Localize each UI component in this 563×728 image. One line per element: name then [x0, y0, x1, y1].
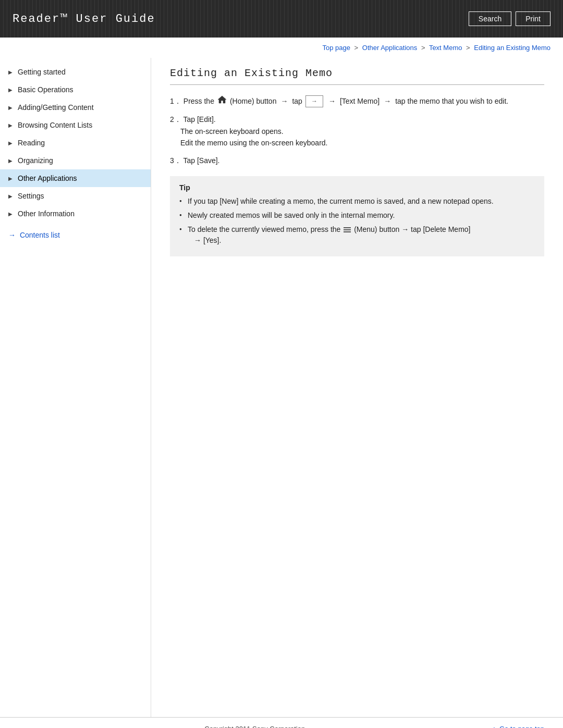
step-1-tap: tap — [292, 95, 302, 107]
sidebar-item-label: Browsing Content Lists — [18, 121, 92, 129]
step-1-text-before: Press the — [183, 95, 214, 107]
step-3-text: Tap [Save]. — [183, 156, 219, 165]
arrow-right-icon: → — [8, 231, 16, 239]
sidebar-item-basic-operations[interactable]: ▶ Basic Operations — [0, 81, 151, 98]
main-content: Editing an Existing Memo 1． Press the (H… — [151, 58, 563, 717]
tip-item-1-text: If you tap [New] while creating a memo, … — [188, 197, 494, 205]
arrow-right-icon2: → — [328, 95, 336, 107]
sidebar-item-adding-getting-content[interactable]: ▶ Adding/Getting Content — [0, 98, 151, 116]
chevron-right-icon: ▶ — [8, 140, 14, 145]
sidebar-item-label: Organizing — [18, 156, 53, 165]
go-to-top-anchor[interactable]: ▲ Go to page top — [491, 725, 545, 728]
step-2: 2． Tap [Edit]. The on-screen keyboard op… — [170, 114, 544, 149]
sidebar-item-label: Basic Operations — [18, 85, 74, 94]
breadcrumb: Top page > Other Applications > Text Mem… — [0, 38, 563, 58]
sidebar-item-other-applications[interactable]: ▶ Other Applications — [0, 169, 151, 187]
tip-list: If you tap [New] while creating a memo, … — [179, 196, 535, 246]
page-title: Editing an Existing Memo — [170, 67, 544, 85]
header-buttons: Search Print — [469, 11, 550, 26]
chevron-right-icon: ▶ — [8, 105, 14, 110]
step-1-content: 1． Press the (Home) button → tap → → [Te… — [170, 95, 544, 107]
step-3-num: 3． — [170, 156, 181, 165]
tip-item-2: Newly created memos will be saved only i… — [179, 210, 535, 221]
step-2-text: Tap [Edit]. — [183, 115, 215, 124]
sidebar-item-reading[interactable]: ▶ Reading — [0, 134, 151, 152]
breadcrumb-text-memo[interactable]: Text Memo — [429, 44, 462, 52]
sidebar-item-settings[interactable]: ▶ Settings — [0, 187, 151, 205]
arrow-right-icon: → — [280, 95, 288, 107]
breadcrumb-other-applications[interactable]: Other Applications — [362, 44, 418, 52]
breadcrumb-current[interactable]: Editing an Existing Memo — [474, 44, 550, 52]
tip-item-2-text: Newly created memos will be saved only i… — [188, 211, 395, 219]
footer-copyright: Copyright 2011 Sony Corporation — [19, 725, 491, 728]
chevron-right-icon: ▶ — [8, 211, 14, 216]
chevron-right-icon: ▶ — [8, 193, 14, 199]
go-to-top-link[interactable]: ▲ Go to page top — [491, 725, 545, 728]
sidebar-item-label: Reading — [18, 139, 45, 147]
sidebar-item-getting-started[interactable]: ▶ Getting started — [0, 63, 151, 81]
tip-title: Tip — [179, 183, 535, 192]
sidebar-item-label: Other Applications — [18, 174, 77, 182]
breadcrumb-top-page[interactable]: Top page — [322, 44, 350, 52]
sidebar-item-label: Settings — [18, 192, 44, 200]
tip-item-1: If you tap [New] while creating a memo, … — [179, 196, 535, 207]
step-2-sub: The on-screen keyboard opens. Edit the m… — [180, 126, 544, 149]
chevron-right-icon: ▶ — [8, 176, 14, 181]
step-1-num: 1． — [170, 95, 181, 107]
home-icon — [217, 95, 227, 104]
sidebar-item-label: Other Information — [18, 209, 75, 218]
search-button[interactable]: Search — [469, 11, 511, 26]
tip-item-3-text: To delete the currently viewed memo, pre… — [188, 225, 342, 233]
breadcrumb-sep2: > — [421, 44, 425, 52]
chevron-right-icon: ▶ — [8, 69, 14, 75]
main-layout: ▶ Getting started ▶ Basic Operations ▶ A… — [0, 58, 563, 717]
step-2-sub2: Edit the memo using the on-screen keyboa… — [180, 137, 544, 149]
site-header: Reader™ User Guide Search Print — [0, 0, 563, 38]
step-2-sub1: The on-screen keyboard opens. — [180, 126, 544, 137]
breadcrumb-sep3: > — [466, 44, 470, 52]
tip-item-3-text2: (Menu) button → tap [Delete Memo] — [354, 225, 470, 233]
step-1-text-memo: [Text Memo] — [340, 95, 380, 107]
sidebar-item-label: Getting started — [18, 68, 66, 76]
print-button[interactable]: Print — [516, 11, 550, 26]
step-1-home-label: (Home) button — [230, 95, 276, 107]
tip-item-3: To delete the currently viewed memo, pre… — [179, 224, 535, 246]
arrow-right-icon3: → — [384, 95, 391, 107]
step-2-main: 2． Tap [Edit]. — [170, 114, 544, 125]
step-1: 1． Press the (Home) button → tap → → [Te… — [170, 95, 544, 107]
step-2-num: 2． — [170, 115, 181, 124]
chevron-right-icon: ▶ — [8, 158, 14, 163]
svg-marker-0 — [218, 96, 226, 103]
tip-box: Tip If you tap [New] while creating a me… — [170, 176, 544, 256]
sidebar-item-label: Adding/Getting Content — [18, 103, 94, 112]
tip-item-3-text3: → [Yes]. — [194, 236, 221, 244]
sidebar-item-organizing[interactable]: ▶ Organizing — [0, 152, 151, 169]
sidebar: ▶ Getting started ▶ Basic Operations ▶ A… — [0, 58, 151, 717]
sidebar-item-other-information[interactable]: ▶ Other Information — [0, 205, 151, 223]
step-1-rest: tap the memo that you wish to edit. — [395, 95, 508, 107]
menu-icon — [344, 226, 351, 233]
arrow-button-image: → — [305, 95, 323, 107]
contents-list-label: Contents list — [20, 231, 60, 239]
footer-bar: Copyright 2011 Sony Corporation ▲ Go to … — [0, 717, 563, 728]
chevron-right-icon: ▶ — [8, 122, 14, 128]
breadcrumb-sep1: > — [354, 44, 359, 52]
sidebar-footer: → Contents list — [0, 223, 151, 243]
site-footer: Copyright 2011 Sony Corporation ▲ Go to … — [0, 717, 563, 728]
step-3: 3． Tap [Save]. — [170, 155, 544, 166]
contents-list-link[interactable]: → Contents list — [8, 231, 60, 239]
sidebar-item-browsing-content-lists[interactable]: ▶ Browsing Content Lists — [0, 116, 151, 134]
site-title: Reader™ User Guide — [13, 13, 155, 26]
chevron-right-icon: ▶ — [8, 87, 14, 92]
